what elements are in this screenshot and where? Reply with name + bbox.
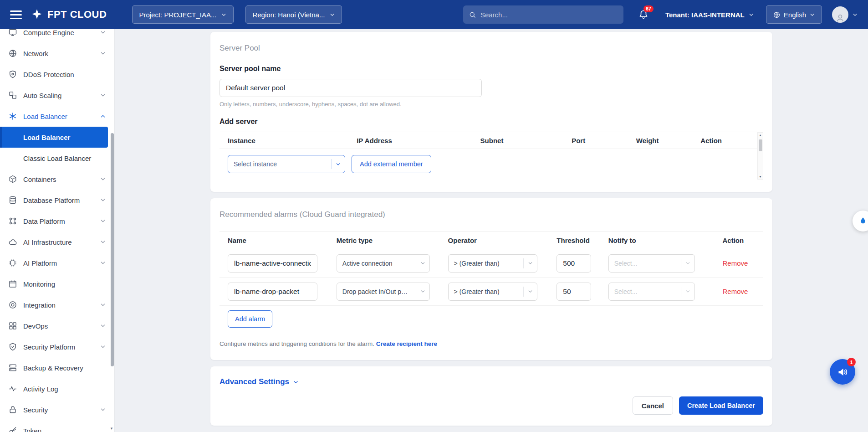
monitoring-icon: [8, 279, 17, 288]
col-header-metric-type: Metric type: [328, 237, 440, 244]
alarms-table-header: Name Metric type Operator Threshold Noti…: [220, 231, 763, 249]
server-pool-name-input[interactable]: [220, 79, 482, 97]
add-alarm-button[interactable]: Add alarm: [228, 310, 272, 328]
chevron-down-icon: [420, 288, 426, 294]
network-icon: [8, 49, 17, 58]
tenant-label: Tenant: IAAS-INTERNAL: [665, 11, 745, 19]
sidebar-item-label: Security: [23, 406, 94, 414]
activity-log-icon: [8, 384, 17, 393]
sidebar-item-network[interactable]: Network: [0, 43, 114, 64]
sidebar-item-token[interactable]: Token: [0, 420, 114, 432]
col-header-port: Port: [563, 137, 628, 144]
table-scrollbar[interactable]: ▲ ▼: [757, 132, 763, 180]
col-header-ip-address: IP Address: [348, 137, 472, 144]
menu-toggle-button[interactable]: [10, 10, 22, 19]
cancel-button[interactable]: Cancel: [633, 396, 673, 415]
threshold-input[interactable]: [557, 254, 591, 273]
sidebar-item-containers[interactable]: Containers: [0, 169, 114, 190]
metric-type-select[interactable]: Drop packet In/Out per ...: [337, 283, 430, 301]
sidebar-item-devops[interactable]: DevOps: [0, 315, 114, 336]
sidebar-item-label: Monitoring: [23, 280, 106, 288]
user-menu[interactable]: [832, 6, 858, 23]
sidebar-item-integration[interactable]: Integration: [0, 294, 114, 315]
sidebar-scrollbar-thumb[interactable]: [111, 133, 114, 366]
add-server-table-header: Instance IP Address Subnet Port Weight A…: [220, 132, 757, 149]
server-pool-card: Server Pool Server pool name Only letter…: [210, 32, 772, 192]
announcements-fab[interactable]: 1: [830, 359, 855, 385]
brand-logo[interactable]: FPT CLOUD: [30, 8, 107, 21]
notification-badge: 67: [643, 5, 654, 12]
operator-select[interactable]: > (Greater than): [448, 254, 537, 273]
sidebar-item-backup-recovery[interactable]: Backup & Recovery: [0, 357, 114, 378]
sidebar-item-label: Security Platform: [23, 343, 94, 351]
avatar: [832, 6, 848, 23]
remove-alarm-button[interactable]: Remove: [723, 288, 748, 295]
chevron-down-icon: [100, 344, 106, 350]
sidebar-item-ai-platform[interactable]: AI Platform: [0, 252, 114, 273]
notify-to-placeholder: Select...: [609, 288, 681, 295]
advanced-settings-toggle[interactable]: Advanced Settings: [220, 377, 299, 386]
sidebar-item-database-platform[interactable]: Database Platform: [0, 190, 114, 211]
notify-to-select[interactable]: Select...: [608, 283, 695, 301]
sidebar-scroll-down-icon[interactable]: ▾: [109, 425, 114, 432]
project-selector-label: Project: PROJECT_IAA...: [139, 11, 216, 19]
scroll-down-icon[interactable]: ▼: [759, 175, 762, 178]
chevron-down-icon: [809, 12, 815, 18]
devops-icon: [8, 321, 17, 330]
scroll-up-icon[interactable]: ▲: [759, 134, 762, 137]
load-balancer-icon: [8, 112, 17, 121]
col-header-action: Action: [692, 137, 757, 144]
sidebar-subitem-classic-load-balancer[interactable]: Classic Load Balancer: [0, 148, 108, 169]
sidebar-scrollbar[interactable]: [111, 29, 114, 425]
sidebar-item-load-balancer[interactable]: Load Balancer: [0, 106, 114, 127]
remove-alarm-button[interactable]: Remove: [723, 259, 748, 267]
sidebar-item-label: Data Platform: [23, 217, 94, 225]
sidebar-item-activity-log[interactable]: Activity Log: [0, 378, 114, 399]
create-load-balancer-button[interactable]: Create Load Balancer: [679, 396, 763, 415]
tenant-selector[interactable]: Tenant: IAAS-INTERNAL: [665, 11, 754, 19]
project-selector[interactable]: Project: PROJECT_IAA...: [132, 5, 234, 24]
alarms-title: Recommended alarms (Cloud Guard integrat…: [220, 210, 763, 219]
alarm-name-input[interactable]: [228, 254, 317, 273]
select-divider: [523, 258, 524, 268]
chevron-down-icon: [748, 12, 754, 18]
sidebar-item-label: Network: [23, 50, 94, 57]
sidebar-item-compute-engine[interactable]: Compute Engine: [0, 29, 114, 43]
col-header-notify-to: Notify to: [600, 237, 715, 244]
threshold-input[interactable]: [557, 283, 591, 301]
chevron-down-icon: [685, 288, 691, 294]
add-external-member-button[interactable]: Add external member: [352, 155, 431, 173]
notifications-button[interactable]: 67: [638, 9, 649, 20]
col-header-action: Action: [715, 237, 763, 244]
sidebar: Compute Engine Network DDoS Protection A…: [0, 29, 115, 432]
chevron-up-icon: [100, 113, 106, 119]
sidebar-item-security-platform[interactable]: Security Platform: [0, 336, 114, 357]
sidebar-item-label: Database Platform: [23, 196, 94, 204]
brand-name: FPT CLOUD: [47, 9, 107, 21]
sidebar-item-data-platform[interactable]: Data Platform: [0, 211, 114, 231]
operator-select[interactable]: > (Greater than): [448, 283, 537, 301]
sidebar-item-label: Integration: [23, 301, 94, 309]
select-instance[interactable]: Select instance: [228, 155, 345, 173]
sidebar-item-ddos-protection[interactable]: DDoS Protection: [0, 64, 114, 85]
sidebar-item-auto-scaling[interactable]: Auto Scaling: [0, 85, 114, 106]
chevron-down-icon: [100, 29, 106, 36]
chevron-down-icon: [100, 218, 106, 224]
sidebar-subitem-load-balancer[interactable]: Load Balancer: [0, 127, 108, 148]
sidebar-subitem-label: Load Balancer: [23, 134, 70, 141]
global-search[interactable]: [463, 5, 623, 24]
notify-to-select[interactable]: Select...: [608, 254, 695, 273]
alarm-name-input[interactable]: [228, 283, 317, 301]
chevron-down-icon: [335, 161, 341, 167]
sidebar-item-ai-infrastructure[interactable]: AI Infrastructure: [0, 231, 114, 252]
region-selector[interactable]: Region: Hanoi (Vietna...: [245, 5, 342, 24]
table-scrollbar-thumb[interactable]: [759, 139, 762, 151]
compute-engine-icon: [8, 29, 17, 37]
metric-type-select[interactable]: Active connection: [337, 254, 430, 273]
sidebar-item-monitoring[interactable]: Monitoring: [0, 273, 114, 294]
search-input[interactable]: [480, 11, 618, 19]
sidebar-item-security[interactable]: Security: [0, 399, 114, 420]
create-recipient-link[interactable]: Create recipient here: [376, 340, 437, 347]
language-selector[interactable]: English: [766, 5, 822, 24]
notify-to-placeholder: Select...: [609, 260, 681, 267]
